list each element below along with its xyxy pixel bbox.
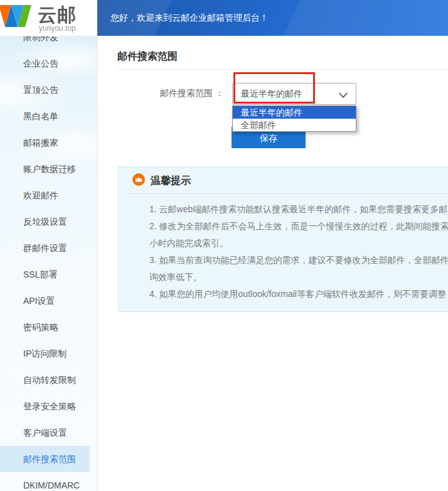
sidebar-item-password-policy[interactable]: 密码策略: [0, 314, 97, 340]
search-range-select[interactable]: 最近半年的邮件: [232, 83, 356, 105]
logo-mark-icon: [0, 4, 34, 30]
tip-line: 4. 如果您的用户均使用outlook/foxmail等客户端软件收发邮件，则不…: [149, 286, 448, 303]
sidebar-item-account-data-migration[interactable]: 账户数据迁移: [0, 156, 97, 182]
tip-line: 小时内能完成索引。: [149, 235, 448, 252]
sidebar: 限制外发 企业公告 置顶公告 黑白名单 邮箱搬家 账户数据迁移 欢迎邮件 反垃圾…: [0, 0, 97, 491]
sidebar-item-black-white-list[interactable]: 黑白名单: [0, 103, 97, 129]
sidebar-item-company-announcement[interactable]: 企业公告: [0, 50, 97, 77]
sidebar-item-dkim-dmarc[interactable]: DKIM/DMARC: [0, 472, 97, 491]
sidebar-item-auto-forward-limit[interactable]: 自动转发限制: [0, 367, 97, 393]
sidebar-item-pinned-announcement[interactable]: 置顶公告: [0, 77, 97, 103]
sidebar-content-divider: [97, 36, 98, 491]
tip-line: 3. 如果当前查询功能已经满足您的需求，建议不要修改为全部邮件，全部邮件: [149, 252, 448, 269]
tip-line: 1. 云邮web端邮件搜索功能默认搜索最近半年的邮件，如果您需要搜索更多邮: [149, 201, 448, 218]
search-range-label: 邮件搜索范围 ：: [160, 88, 224, 99]
sidebar-item-ssl-deploy[interactable]: SSL部署: [0, 261, 97, 288]
brand-domain: yunyou.top: [39, 24, 76, 33]
welcome-message: 您好，欢迎来到云邮企业邮箱管理后台！: [110, 0, 269, 36]
tip-line: 询效率低下。: [149, 269, 448, 286]
sidebar-item-mailbox-migration[interactable]: 邮箱搬家: [0, 129, 97, 156]
page-title: 邮件搜索范围: [117, 50, 178, 63]
sidebar-item-welcome-mail[interactable]: 欢迎邮件: [0, 182, 97, 208]
chevron-down-icon: [339, 89, 348, 98]
sidebar-nav: 限制外发 企业公告 置顶公告 黑白名单 邮箱搬家 账户数据迁移 欢迎邮件 反垃圾…: [0, 24, 97, 491]
sidebar-item-group-mail-settings[interactable]: 群邮件设置: [0, 235, 97, 261]
sidebar-item-client-settings[interactable]: 客户端设置: [0, 419, 97, 446]
tips-divider: [129, 193, 448, 194]
sidebar-item-login-security-policy[interactable]: 登录安全策略: [0, 393, 97, 419]
sidebar-item-mail-search-range[interactable]: 邮件搜索范围: [0, 446, 90, 472]
tips-list: 1. 云邮web端邮件搜索功能默认搜索最近半年的邮件，如果您需要搜索更多邮 2.…: [149, 201, 448, 303]
tips-icon: [132, 173, 145, 186]
logo[interactable]: 云邮 yunyou.top: [0, 0, 97, 36]
dropdown-option-all-mail[interactable]: 全部邮件: [233, 119, 356, 131]
sidebar-item-ip-access-limit[interactable]: IP访问限制: [0, 340, 97, 367]
tip-line: 2. 修改为全部邮件后不会马上生效，而是一个慢慢生效的过程，此期间能搜索: [149, 218, 448, 235]
search-range-dropdown: 最近半年的邮件 全部邮件: [232, 105, 356, 132]
top-banner: 您好，欢迎来到云邮企业邮箱管理后台！: [97, 0, 448, 36]
sidebar-item-api-settings[interactable]: API设置: [0, 288, 97, 314]
tips-title: 温馨提示: [151, 175, 191, 188]
select-value: 最近半年的邮件: [241, 84, 302, 104]
title-divider: [117, 69, 448, 70]
sidebar-item-antispam-settings[interactable]: 反垃圾设置: [0, 208, 97, 235]
dropdown-option-half-year[interactable]: 最近半年的邮件: [233, 106, 356, 119]
